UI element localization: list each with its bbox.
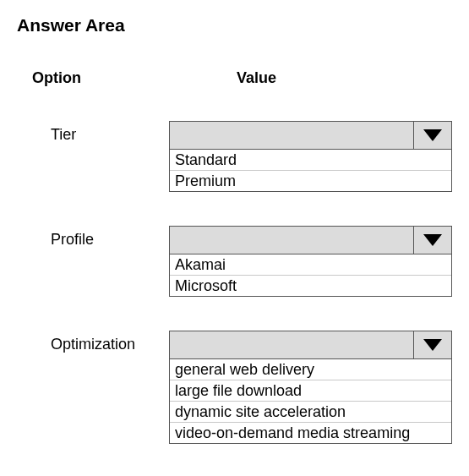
- label-optimization: Optimization: [17, 331, 169, 353]
- chevron-down-icon: [423, 339, 442, 351]
- dropdown-group-optimization: general web delivery large file download…: [169, 331, 452, 444]
- profile-option[interactable]: Microsoft: [170, 275, 451, 296]
- label-tier: Tier: [17, 121, 169, 144]
- chevron-down-icon: [423, 129, 442, 141]
- svg-marker-1: [423, 234, 442, 246]
- dropdown-group-profile: Akamai Microsoft: [169, 226, 452, 297]
- tier-dropdown-caret-cell: [413, 122, 451, 149]
- svg-marker-0: [423, 129, 442, 141]
- optimization-dropdown[interactable]: [169, 331, 452, 359]
- row-tier: Tier Standard Premium: [17, 121, 452, 192]
- optimization-option-list: general web delivery large file download…: [169, 359, 452, 444]
- header-option-col: Option: [17, 69, 169, 87]
- label-profile: Profile: [17, 226, 169, 249]
- profile-option[interactable]: Akamai: [170, 254, 451, 275]
- optimization-option[interactable]: general web delivery: [170, 359, 451, 380]
- optimization-dropdown-caret-cell: [413, 331, 451, 358]
- row-optimization: Optimization general web delivery large …: [17, 331, 452, 444]
- optimization-dropdown-display: [170, 331, 413, 358]
- column-headers: Option Value: [17, 69, 452, 87]
- tier-dropdown[interactable]: [169, 121, 452, 150]
- chevron-down-icon: [423, 234, 442, 246]
- optimization-option[interactable]: dynamic site acceleration: [170, 401, 451, 422]
- tier-dropdown-display: [170, 122, 413, 149]
- header-value-col: Value: [169, 69, 452, 87]
- svg-marker-2: [423, 339, 442, 351]
- row-profile: Profile Akamai Microsoft: [17, 226, 452, 297]
- optimization-option[interactable]: large file download: [170, 380, 451, 401]
- profile-dropdown-caret-cell: [413, 227, 451, 254]
- profile-dropdown[interactable]: [169, 226, 452, 254]
- dropdown-group-tier: Standard Premium: [169, 121, 452, 192]
- tier-option[interactable]: Standard: [170, 150, 451, 170]
- optimization-option[interactable]: video-on-demand media streaming: [170, 422, 451, 443]
- answer-area: Answer Area Option Value Tier Standard P…: [0, 0, 469, 468]
- tier-option[interactable]: Premium: [170, 170, 451, 191]
- page-title: Answer Area: [17, 15, 452, 36]
- profile-dropdown-display: [170, 227, 413, 254]
- tier-option-list: Standard Premium: [169, 150, 452, 192]
- profile-option-list: Akamai Microsoft: [169, 254, 452, 297]
